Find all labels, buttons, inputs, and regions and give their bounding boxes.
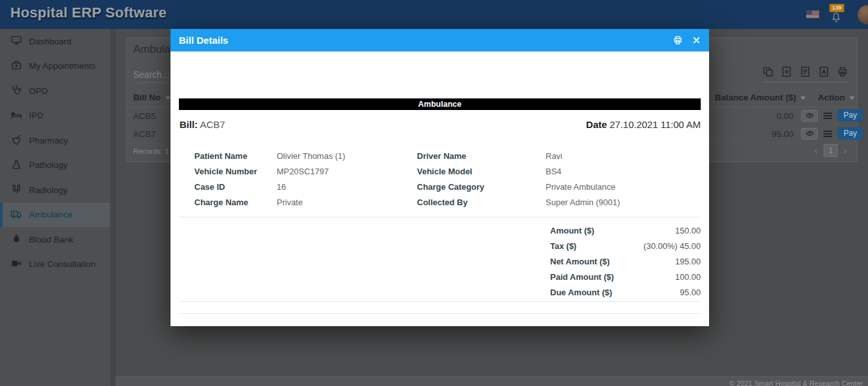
action-cell: Pay [801,109,863,122]
bill-details-modal: Bill Details Ambulance Bill: ACB7 Date 2… [171,29,709,326]
excel-icon[interactable] [781,66,792,77]
sidebar-item-label: Pathology [29,160,68,170]
bill-no-cell: ACB5 [133,111,156,121]
sidebar-item-label: My Appointments [29,61,96,71]
ambulance-icon [11,208,22,221]
field-value: MP20SC1797 [277,167,417,176]
bill-section-title: Ambulance [179,98,701,110]
sidebar-item-label: Ambulance [29,210,73,219]
app-header: Hospital ERP Software 139 [0,0,868,29]
field-label: Patient Name [194,151,277,161]
monitor-icon [11,35,22,48]
field-label: Driver Name [417,151,546,161]
sidebar-item-pathology[interactable]: Pathology [0,153,116,178]
field-label: Vehicle Model [417,167,546,176]
action-cell: Pay [801,127,863,140]
sidebar-item-opd[interactable]: OPD [0,78,116,104]
sidebar-item-pharmacy[interactable]: Pharmacy [0,128,116,153]
sort-caret-icon [800,96,806,100]
modal-body: Ambulance Bill: ACB7 Date 27.10.2021 11:… [171,51,709,326]
amount-row: Paid Amount ($) 100.00 [550,269,701,284]
radiology-icon [11,183,22,196]
bell-icon [831,12,842,25]
us-flag-icon[interactable] [806,10,819,18]
modal-close-icon[interactable] [692,36,701,44]
current-page-button[interactable]: 1 [824,144,838,157]
pagination: ‹ 1 › [815,144,847,157]
sidebar-item-label: Radiology [29,185,68,195]
field-label: Case ID [194,182,277,192]
column-header-action[interactable]: Action [818,93,854,102]
field-label: Charge Name [194,198,277,207]
field-label: Vehicle Number [194,167,277,176]
sidebar-item-label: Dashboard [29,37,71,46]
csv-icon[interactable] [800,66,811,77]
sidebar-item-ambulance[interactable]: Ambulance [0,203,116,228]
pay-button[interactable]: Pay [838,127,863,140]
column-header-bill-no[interactable]: Bill No [133,93,171,102]
modal-print-icon[interactable] [673,35,683,45]
field-label: Charge Category [417,182,546,192]
modal-title: Bill Details [179,35,228,46]
sidebar: Dashboard My Appointments OPD IPD Pharma… [0,29,116,386]
sort-caret-icon [849,96,854,100]
export-toolbar [762,66,848,82]
row-menu-icon[interactable] [824,131,832,137]
appointments-case-icon [11,60,22,73]
modal-header: Bill Details [171,29,709,51]
field-value: BS4 [546,167,701,176]
sidebar-item-my-appointments[interactable]: My Appointments [0,54,116,79]
copyright-text: © 2021 Smart Hospital & Research Center [730,379,868,386]
mortar-pestle-icon [11,134,22,147]
bill-meta-row: Bill: ACB7 Date 27.10.2021 11:00 AM [180,119,701,130]
divider [179,217,701,217]
bill-date: Date 27.10.2021 11:00 AM [586,119,701,130]
sidebar-item-label: Blood Bank [29,235,73,244]
bed-icon [11,109,22,122]
print-icon[interactable] [837,66,848,77]
prev-page-button[interactable]: ‹ [815,145,818,156]
pay-button[interactable]: Pay [838,109,863,122]
stethoscope-icon [11,84,22,97]
field-value: Private Ambulance [546,182,701,192]
sidebar-item-dashboard[interactable]: Dashboard [0,29,116,54]
sidebar-item-ipd[interactable]: IPD [0,104,116,129]
row-menu-icon[interactable] [824,113,832,119]
screen: Hospital ERP Software 139 Dashboard My A… [0,0,868,386]
column-header-balance-amount[interactable]: Balance Amount ($) [715,93,806,102]
bill-no-cell: ACB7 [133,129,156,139]
flask-icon [11,159,22,172]
blood-drop-icon [11,233,22,246]
sidebar-item-blood-bank[interactable]: Blood Bank [0,227,116,252]
sidebar-item-label: Live Consultation [29,259,96,269]
divider [179,313,701,314]
amount-row: Tax ($) (30.00%) 45.00 [550,238,701,253]
amount-row: Amount ($) 150.00 [550,223,701,238]
view-bill-button[interactable] [801,110,818,122]
bill-fields: Patient Name Olivier Thomas (1) Driver N… [194,148,701,210]
next-page-button[interactable]: › [844,145,847,156]
field-value: Ravi [546,151,701,161]
view-bill-button[interactable] [801,128,818,140]
sidebar-item-label: IPD [29,111,44,120]
sidebar-item-label: OPD [29,86,48,96]
sidebar-scrollbar[interactable] [110,29,116,386]
field-label: Collected By [417,198,546,207]
field-value: 16 [277,182,417,192]
bill-number: Bill: ACB7 [180,119,225,130]
field-value: Olivier Thomas (1) [277,151,417,161]
pdf-icon[interactable] [818,66,829,77]
app-footer: © 2021 Smart Hospital & Research Center [116,376,868,386]
sidebar-item-radiology[interactable]: Radiology [0,178,116,203]
video-camera-icon [11,258,22,271]
app-title: Hospital ERP Software [10,5,167,21]
copy-icon[interactable] [762,66,773,77]
notifications-button[interactable]: 139 [829,6,846,25]
sidebar-item-label: Pharmacy [29,136,68,145]
modal-header-icons [673,35,701,45]
amount-row: Due Amount ($) 95.00 [550,284,701,300]
avatar[interactable] [858,5,868,24]
divider [179,301,701,302]
sidebar-item-live-consultation[interactable]: Live Consultation [0,252,116,277]
sort-caret-icon [165,96,171,100]
